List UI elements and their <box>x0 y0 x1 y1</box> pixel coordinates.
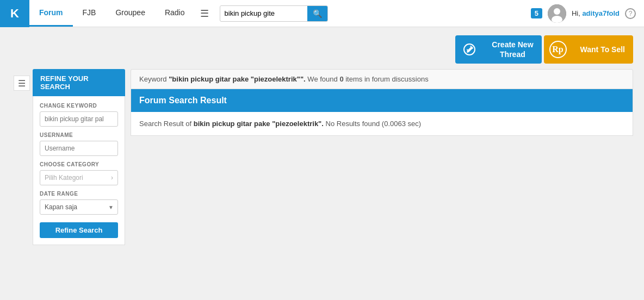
date-range-label: DATE RANGE <box>40 191 118 197</box>
create-thread-label: Create NewThread <box>484 35 541 64</box>
want-to-sell-label: Want To Sell <box>572 35 633 64</box>
choose-category-value: Pilih Kategori <box>45 174 83 182</box>
hamburger-icon[interactable]: ☰ <box>195 8 214 20</box>
nav-tabs: Forum FJB Groupee Radio <box>29 0 195 27</box>
create-thread-button[interactable]: Create NewThread <box>455 35 541 64</box>
notification-badge[interactable]: 5 <box>531 8 542 18</box>
info-count: 0 <box>339 75 343 83</box>
user-greeting: Hi, aditya7fold <box>572 9 620 17</box>
nav-right: 5 Hi, aditya7fold ? <box>531 4 644 23</box>
want-to-sell-button[interactable]: Rp Want To Sell <box>544 35 633 64</box>
result-prefix: Search Result of <box>139 120 194 128</box>
change-keyword-label: CHANGE KEYWORD <box>40 103 118 109</box>
right-panel: Keyword "bikin pickup gitar pake "piezoe… <box>131 69 633 245</box>
choose-category-label: CHOOSE CATEGORY <box>40 161 118 167</box>
result-suffix: No Results found (0.0063 sec) <box>326 120 422 128</box>
result-card: Forum Search Result Search Result of bik… <box>131 89 633 136</box>
logo-text: K <box>10 7 19 21</box>
left-panel: REFINE YOUR SEARCH CHANGE KEYWORD USERNA… <box>33 69 125 245</box>
refine-body: CHANGE KEYWORD USERNAME CHOOSE CATEGORY … <box>33 96 125 245</box>
nav-tab-groupee[interactable]: Groupee <box>106 0 154 27</box>
result-card-title: Forum Search Result <box>131 89 633 112</box>
refine-search-button[interactable]: Refine Search <box>40 222 118 238</box>
sidebar-toggle: ☰ <box>11 69 33 245</box>
nav-tab-radio[interactable]: Radio <box>155 0 195 27</box>
search-info-bar: Keyword "bikin pickup gitar pake "piezoe… <box>131 69 633 89</box>
sidebar-toggle-button[interactable]: ☰ <box>14 76 30 91</box>
avatar[interactable] <box>548 4 566 23</box>
chevron-right-icon: › <box>111 174 113 182</box>
date-range-select[interactable]: Kapan saja Hari ini Minggu ini Bulan ini <box>40 199 118 215</box>
main-container: ☰ REFINE YOUR SEARCH CHANGE KEYWORD USER… <box>0 69 644 256</box>
help-icon[interactable]: ? <box>625 8 636 19</box>
search-input[interactable] <box>220 7 307 20</box>
username: aditya7fold <box>582 9 620 17</box>
svg-point-1 <box>554 8 560 15</box>
search-button[interactable]: 🔍 <box>307 6 327 21</box>
date-range-wrap: Kapan saja Hari ini Minggu ini Bulan ini… <box>40 199 118 215</box>
username-input[interactable] <box>40 141 118 156</box>
pencil-icon <box>455 35 484 64</box>
username-label: USERNAME <box>40 132 118 138</box>
result-card-body: Search Result of bikin pickup gitar pake… <box>131 112 633 135</box>
action-bar: Create NewThread Rp Want To Sell <box>0 27 644 69</box>
info-suffix: items in forum discussions <box>345 75 428 83</box>
nav-logo[interactable]: K <box>0 0 29 27</box>
navbar: K Forum FJB Groupee Radio ☰ 🔍 5 Hi, adit… <box>0 0 644 27</box>
nav-search-bar: 🔍 <box>220 5 328 22</box>
nav-tab-forum[interactable]: Forum <box>29 0 73 27</box>
change-keyword-input[interactable] <box>40 111 118 127</box>
info-prefix: Keyword <box>139 75 169 83</box>
result-keyword: bikin pickup gitar pake "piezoelektrik". <box>194 120 324 128</box>
rp-icon: Rp <box>544 35 572 64</box>
nav-tab-fjb[interactable]: FJB <box>73 0 106 27</box>
info-keyword: "bikin pickup gitar pake "piezoelektrik"… <box>169 75 306 83</box>
choose-category-select[interactable]: Pilih Kategori › <box>40 170 118 185</box>
refine-header: REFINE YOUR SEARCH <box>33 69 125 96</box>
info-middle: We found <box>307 75 339 83</box>
